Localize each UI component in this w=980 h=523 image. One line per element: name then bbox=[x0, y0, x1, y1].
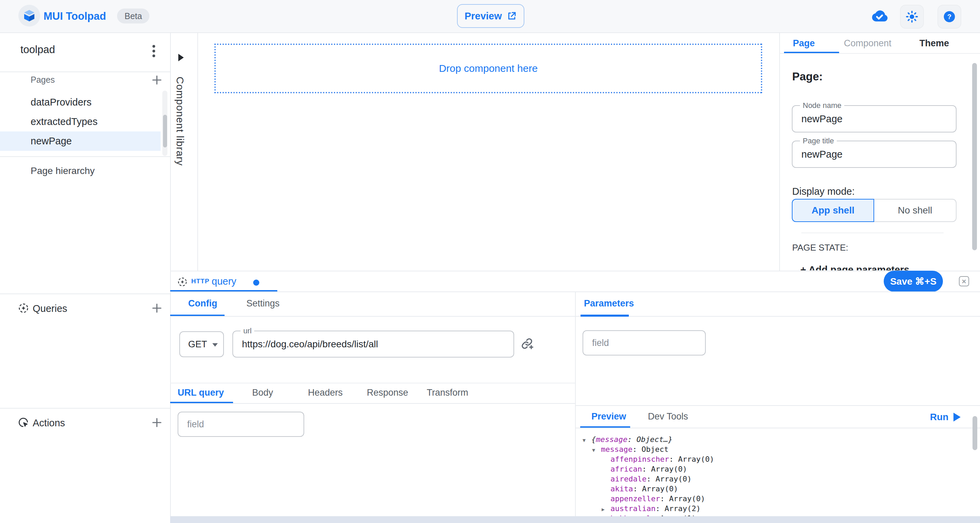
query-type-icon bbox=[177, 276, 188, 287]
toolpad-logo[interactable] bbox=[18, 5, 40, 27]
top-bar: MUI Toolpad Beta Preview ? bbox=[0, 0, 980, 33]
json-row-affenpinscher[interactable]: affenpinscher: Array(0) bbox=[582, 454, 714, 464]
drop-zone[interactable]: Drop component here bbox=[215, 43, 762, 93]
json-row-root[interactable]: ▼{message: Object…} bbox=[582, 434, 714, 444]
tab-body[interactable]: Body bbox=[252, 383, 273, 402]
divider bbox=[170, 32, 171, 523]
preview-button-label: Preview bbox=[465, 11, 502, 22]
external-link-icon bbox=[507, 11, 517, 21]
urlquery-field-input[interactable] bbox=[178, 412, 304, 436]
divider bbox=[575, 428, 980, 428]
plus-icon bbox=[151, 75, 162, 86]
divider bbox=[170, 271, 980, 271]
tab-dev-tools[interactable]: Dev Tools bbox=[648, 406, 688, 427]
urlquery-field[interactable] bbox=[178, 411, 304, 437]
tab-theme[interactable]: Theme bbox=[920, 33, 949, 53]
preview-button[interactable]: Preview bbox=[457, 4, 524, 28]
tab-url-query[interactable]: URL query bbox=[178, 383, 224, 402]
json-row-airedale[interactable]: airedale: Array(0) bbox=[582, 474, 714, 484]
divider bbox=[170, 403, 575, 404]
json-row-african[interactable]: african: Array(0) bbox=[582, 464, 714, 474]
active-parameters-tab-indicator bbox=[581, 315, 629, 317]
pages-section-header: Pages bbox=[30, 75, 55, 85]
url-input[interactable] bbox=[233, 331, 514, 357]
sidebar-item-newpage[interactable]: newPage bbox=[0, 131, 161, 151]
sidebar-item-dataproviders[interactable]: dataProviders bbox=[0, 92, 161, 112]
expand-library-button[interactable] bbox=[178, 54, 184, 61]
divider bbox=[0, 408, 170, 408]
unsaved-indicator-dot bbox=[253, 279, 259, 286]
divider bbox=[0, 156, 170, 157]
sun-icon bbox=[906, 11, 918, 23]
actions-icon bbox=[18, 417, 29, 428]
display-mode-noshell-button[interactable]: No shell bbox=[874, 199, 956, 222]
page-item-label: dataProviders bbox=[30, 97, 92, 108]
method-select[interactable]: GET bbox=[179, 331, 224, 357]
parameters-field[interactable] bbox=[582, 330, 706, 356]
close-panel-button[interactable]: × bbox=[959, 276, 969, 286]
divider bbox=[0, 72, 170, 72]
toggle-label: App shell bbox=[811, 205, 854, 216]
page-hierarchy-label[interactable]: Page hierarchy bbox=[30, 166, 95, 176]
json-result-tree: ▼{message: Object…} ▼message: Object aff… bbox=[582, 434, 714, 523]
json-row-message[interactable]: ▼message: Object bbox=[582, 444, 714, 454]
app-window: MUI Toolpad Beta Preview ? bbox=[0, 0, 980, 523]
node-name-label: Node name bbox=[800, 101, 844, 110]
parameters-field-input[interactable] bbox=[583, 331, 705, 355]
query-tab[interactable]: query bbox=[212, 271, 237, 292]
plus-icon bbox=[151, 417, 162, 428]
bind-link-icon[interactable] bbox=[520, 336, 534, 351]
add-page-button[interactable] bbox=[150, 73, 163, 86]
tab-component[interactable]: Component bbox=[844, 33, 891, 53]
display-mode-appshell-button[interactable]: App shell bbox=[792, 199, 874, 222]
tab-settings[interactable]: Settings bbox=[247, 292, 280, 315]
toggle-label: No shell bbox=[898, 205, 932, 216]
divider bbox=[197, 32, 198, 271]
page-title-field[interactable]: Page title bbox=[792, 140, 956, 168]
add-query-button[interactable] bbox=[150, 302, 163, 315]
actions-section-header: Actions bbox=[33, 418, 65, 429]
chevron-right-icon bbox=[178, 54, 184, 61]
play-icon[interactable] bbox=[953, 413, 961, 421]
tab-parameters[interactable]: Parameters bbox=[584, 292, 634, 315]
divider bbox=[0, 293, 170, 294]
theme-toggle-button[interactable] bbox=[900, 5, 924, 29]
json-row-appenzeller[interactable]: appenzeller: Array(0) bbox=[582, 494, 714, 504]
project-menu-button[interactable] bbox=[146, 43, 161, 59]
tab-page[interactable]: Page bbox=[793, 33, 815, 53]
results-scrollbar-thumb[interactable] bbox=[972, 416, 977, 450]
beta-badge: Beta bbox=[117, 8, 150, 24]
inspector-scrollbar-thumb[interactable] bbox=[972, 63, 977, 250]
save-button[interactable]: Save ⌘+S bbox=[884, 271, 943, 292]
json-row-akita[interactable]: akita: Array(0) bbox=[582, 484, 714, 494]
divider bbox=[779, 53, 980, 54]
tab-preview[interactable]: Preview bbox=[592, 406, 626, 427]
url-field[interactable]: url bbox=[232, 331, 514, 357]
tab-transform[interactable]: Transform bbox=[427, 383, 468, 402]
plus-icon bbox=[151, 303, 162, 314]
query-tab-http-badge: HTTP bbox=[191, 271, 210, 292]
page-item-label: newPage bbox=[30, 136, 72, 147]
queries-icon bbox=[18, 302, 29, 314]
run-button[interactable]: Run bbox=[930, 407, 948, 428]
json-row-australian[interactable]: ▶australian: Array(2) bbox=[582, 504, 714, 513]
add-page-parameters-button[interactable]: + Add page parameters bbox=[800, 262, 937, 270]
tab-response[interactable]: Response bbox=[367, 383, 408, 402]
tab-config[interactable]: Config bbox=[188, 292, 217, 315]
method-select-value: GET bbox=[188, 339, 207, 350]
node-name-field[interactable]: Node name bbox=[792, 105, 956, 132]
cloud-sync-icon[interactable] bbox=[870, 9, 889, 23]
pages-scrollbar-thumb[interactable] bbox=[163, 115, 167, 147]
page-item-label: extractedTypes bbox=[30, 116, 98, 128]
divider bbox=[575, 292, 576, 523]
brand-title: MUI Toolpad bbox=[43, 0, 106, 32]
toolpad-logo-icon bbox=[22, 9, 36, 22]
component-library-label[interactable]: Component library bbox=[174, 77, 186, 166]
sidebar-item-extractedtypes[interactable]: extractedTypes bbox=[0, 112, 161, 131]
display-mode-label: Display mode: bbox=[792, 186, 855, 197]
help-button[interactable]: ? bbox=[937, 5, 961, 29]
close-icon: × bbox=[962, 277, 966, 286]
tab-headers[interactable]: Headers bbox=[308, 383, 343, 402]
add-action-button[interactable] bbox=[150, 416, 163, 429]
horizontal-scrollbar-track[interactable] bbox=[170, 516, 980, 523]
